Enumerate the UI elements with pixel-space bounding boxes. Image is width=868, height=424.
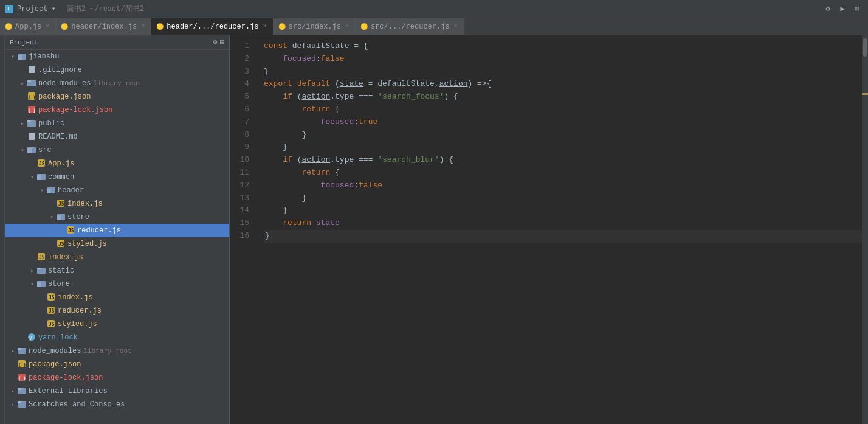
tab-label-src-reducer: src/.../reducer.js [371,23,450,31]
tree-item-store_reducer[interactable]: JSreducer.js [5,304,229,318]
svg-rect-13 [27,148,32,153]
layout-button[interactable]: ⊞ [851,3,863,15]
tree-item-public[interactable]: ▸public [5,117,229,130]
file-icon-tree-public [27,119,36,129]
line-number-9: 9 [230,141,254,154]
layout-icon[interactable]: ⊞ [220,38,224,47]
tree-label-gitignore: .gitignore [38,66,82,74]
editor-area: 12345678910111213141516 const defaultSta… [230,35,868,424]
tree-label-common: common [48,173,74,181]
line-number-12: 12 [230,179,254,192]
tab-src-reducer[interactable]: 🟡src/.../reducer.js× [356,18,464,35]
svg-rect-33 [37,282,41,287]
token-12-0: focused [264,179,354,192]
tree-item-styled_js_1[interactable]: JSstyled.js [5,237,229,251]
token-7-0: focused [264,116,354,129]
tree-item-yarn_lock[interactable]: yyarn.lock [5,331,229,344]
token-eq: = defaultState, [363,78,439,91]
tree-item-external_libs[interactable]: ▸External Libraries [5,384,229,398]
t-if-10: if [283,154,292,167]
code-line-5: if (action.type === 'search_focus') { [264,91,862,103]
tree-item-package_lock_2[interactable]: { }package-lock.json [5,371,229,384]
file-icon-tree-scratches [17,400,27,410]
token-6-1: { [330,103,340,116]
file-icon-tree-store [56,212,66,223]
tree-item-scratches[interactable]: ▸Scratches and Consoles [5,398,229,411]
arrow-node_modules_1: ▸ [18,80,27,87]
token-6-0: return [264,103,330,116]
scrollbar-thumb[interactable] [863,38,867,57]
tree-item-common[interactable]: ▾common [5,170,229,184]
settings-button[interactable]: ⚙ [822,3,834,15]
tab-close-src-index[interactable]: × [344,23,350,30]
file-icon-tree-styled_js_1: JS [56,239,66,249]
tree-item-store[interactable]: ▾store [5,210,229,224]
tree-item-reducer_js[interactable]: JSreducer.js [5,224,229,237]
editor-scrollbar[interactable] [862,35,868,424]
tree-item-package_json_1[interactable]: { }package.json [5,90,229,103]
tab-app[interactable]: 🟡App.js× [0,18,56,35]
token-16-0: } [265,230,270,243]
tab-close-app[interactable]: × [44,23,50,30]
tree-item-node_modules_2[interactable]: ▸node_moduleslibrary root [5,344,229,358]
file-tree-sidebar[interactable]: Project ⚙ ⊞ ▾jianshu.gitignore▸node_modu… [5,35,230,424]
file-icon-tree-static [36,266,46,276]
tab-close-header-reducer[interactable]: × [262,23,268,30]
tree-item-src[interactable]: ▾src [5,144,229,157]
tree-item-header[interactable]: ▾header [5,184,229,197]
tree-item-store_index[interactable]: JSindex.js [5,291,229,304]
tab-src-index[interactable]: 🟡src/index.js× [274,18,356,35]
tree-item-static[interactable]: ▸static [5,264,229,277]
tab-close-header-index[interactable]: × [140,23,146,30]
svg-text:y: y [29,335,32,341]
tab-close-src-reducer[interactable]: × [453,23,459,30]
line-number-8: 8 [230,129,254,142]
t-p1-5: ( [292,91,302,103]
tree-label-package_lock_2: package-lock.json [29,374,103,382]
file-icon-tree-external_libs [17,386,27,397]
token-9-0: } [264,141,288,154]
line-number-2: 2 [230,53,254,66]
tree-item-gitignore[interactable]: .gitignore [5,63,229,77]
t-p1-10: ( [292,154,302,167]
code-line-15: return state [264,217,862,230]
svg-text:JS: JS [39,255,45,260]
arrow-store_folder: ▾ [28,280,36,288]
tree-label-package_json_2: package.json [29,360,81,369]
tree-item-package_json_2[interactable]: { }package.json [5,358,229,371]
token-2-0: focused [264,53,316,66]
file-icon-tree-styled_js_2: JS [46,319,56,330]
arrow-scratches: ▸ [9,401,17,408]
tree-item-package_lock_1[interactable]: { }package-lock.json [5,103,229,117]
t-p2-10: ) { [439,154,453,167]
tree-item-readme[interactable]: README.md [5,130,229,144]
line-number-1: 1 [230,40,254,53]
token-2-2: false [321,53,345,66]
tree-item-app_js[interactable]: JSApp.js [5,157,229,170]
tree-item-styled_js_2[interactable]: JSstyled.js [5,318,229,331]
tree-item-node_modules_1[interactable]: ▸node_moduleslibrary root [5,77,229,90]
file-icon-src-reducer: 🟡 [360,23,368,30]
tree-label-reducer_js: reducer.js [77,226,121,235]
code-line-2: focused:false [264,53,862,66]
run-button[interactable]: ▶ [836,3,849,15]
line-number-6: 6 [230,103,254,116]
code-line-11: return { [264,167,862,179]
tab-header-index[interactable]: 🟡header/index.js× [56,18,151,35]
t-str-5: 'search_focus' [377,91,444,103]
token-paren1: ( [330,78,340,91]
tree-label-public: public [38,119,64,128]
tree-item-store_folder[interactable]: ▾store [5,277,229,291]
tree-item-header_index[interactable]: JSindex.js [5,197,229,210]
gear-icon[interactable]: ⚙ [213,38,218,47]
tree-item-index_js_src[interactable]: JSindex.js [5,251,229,264]
t-str-10: 'search_blur' [377,154,439,167]
code-content[interactable]: const defaultState = { focused:false}exp… [259,35,862,424]
file-icon-tree-package_json_1: { } [27,92,36,102]
tree-item-jianshu[interactable]: ▾jianshu [5,50,229,63]
tab-header-reducer[interactable]: 🟡header/.../reducer.js× [151,18,273,35]
title-dropdown-icon[interactable]: ▾ [51,4,55,13]
scrollbar-mark-1 [862,93,868,95]
arrow-src: ▾ [18,147,27,154]
svg-rect-11 [29,133,35,140]
